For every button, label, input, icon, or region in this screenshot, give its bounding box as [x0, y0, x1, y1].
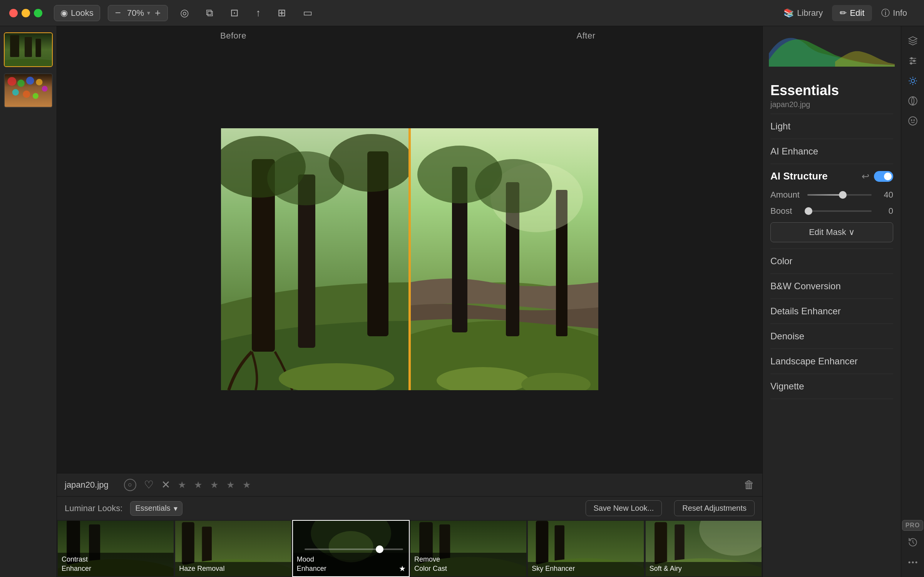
look-label-haze: Haze Removal	[175, 562, 291, 576]
svg-point-79	[909, 97, 917, 105]
zoom-in-button[interactable]: +	[152, 5, 164, 21]
main-content: Before After	[0, 26, 924, 577]
svg-point-24	[329, 134, 410, 192]
section-bw-conversion[interactable]: B&W Conversion	[770, 274, 893, 299]
share-button[interactable]: ↑	[251, 5, 265, 21]
section-denoise-label: Denoise	[770, 331, 804, 342]
looks-thumbnails: ContrastEnhancer Haze Removal	[57, 520, 762, 577]
boost-slider-row: Boost 0	[770, 206, 893, 216]
center-area: Before After	[57, 26, 762, 577]
before-after-bar: Before After	[57, 26, 762, 45]
star-4[interactable]: ★	[226, 480, 235, 490]
tab-info[interactable]: ⓘ Info	[874, 5, 915, 21]
face-strip-icon[interactable]	[904, 112, 921, 129]
circle-flag-button[interactable]: ○	[124, 479, 136, 491]
looks-bar-label: Luminar Looks:	[65, 503, 122, 513]
before-label: Before	[57, 31, 410, 41]
palette-strip-icon[interactable]	[904, 92, 921, 109]
section-denoise[interactable]: Denoise	[770, 324, 893, 349]
look-label-color-cast: RemoveColor Cast	[410, 553, 526, 576]
panel-scroll[interactable]: Essentials japan20.jpg Light AI Enhance	[763, 76, 901, 577]
section-ai-enhance[interactable]: AI Enhance	[770, 139, 893, 164]
reject-button[interactable]: ✕	[161, 478, 170, 491]
section-vignette[interactable]: Vignette	[770, 374, 893, 399]
look-sky-enhancer[interactable]: Sky Enhancer	[527, 520, 644, 577]
svg-rect-3	[35, 39, 41, 57]
delete-button[interactable]: 🗑	[744, 478, 755, 491]
section-landscape-label: Landscape Enhancer	[770, 356, 858, 367]
tab-edit[interactable]: ✏ Edit	[832, 5, 872, 21]
crop-button[interactable]: ⊡	[226, 5, 243, 21]
svg-point-8	[26, 77, 34, 85]
zoom-control: − 70% ▾ +	[108, 5, 168, 21]
look-remove-color-cast[interactable]: RemoveColor Cast	[410, 520, 527, 577]
ai-structure-undo-button[interactable]: ↩	[862, 171, 869, 182]
svg-point-85	[908, 562, 910, 564]
section-color[interactable]: Color	[770, 249, 893, 274]
svg-rect-62	[675, 524, 684, 564]
looks-dropdown[interactable]: Essentials ▾	[130, 501, 182, 516]
sun-strip-icon[interactable]	[904, 72, 921, 89]
look-contrast-enhancer[interactable]: ContrastEnhancer	[57, 520, 174, 577]
look-haze-removal[interactable]: Haze Removal	[174, 520, 292, 577]
boost-slider-thumb[interactable]	[805, 207, 812, 215]
boost-slider-track[interactable]	[807, 210, 872, 212]
svg-point-69	[910, 62, 912, 64]
monitor-button[interactable]: ▭	[298, 5, 317, 21]
section-color-label: Color	[770, 256, 792, 267]
svg-rect-57	[555, 525, 564, 564]
close-button[interactable]	[9, 9, 18, 17]
look-label-contrast: ContrastEnhancer	[58, 553, 174, 576]
minimize-button[interactable]	[22, 9, 30, 17]
svg-point-36	[475, 159, 552, 213]
right-icon-strip: PRO	[901, 26, 924, 577]
zoom-value: 70%	[126, 8, 146, 18]
compare-button[interactable]: ⧉	[201, 5, 218, 21]
zoom-out-button[interactable]: −	[112, 5, 124, 21]
eye-button[interactable]: ◎	[176, 5, 194, 21]
sliders-strip-icon[interactable]	[904, 52, 921, 69]
svg-rect-45	[202, 527, 212, 565]
thumbnail-1[interactable]	[4, 32, 53, 67]
save-look-button[interactable]: Save New Look...	[586, 500, 662, 516]
star-2[interactable]: ★	[194, 480, 203, 490]
ai-structure-toggle[interactable]	[874, 171, 893, 182]
star-5[interactable]: ★	[243, 480, 251, 490]
boost-label: Boost	[770, 206, 801, 216]
star-1[interactable]: ★	[178, 480, 186, 490]
thumbnail-2[interactable]	[4, 73, 53, 108]
divider-line[interactable]	[410, 128, 411, 390]
look-label-soft-airy: Soft & Airy	[646, 562, 762, 576]
grid-button[interactable]: ⊞	[273, 5, 291, 21]
svg-point-68	[913, 60, 915, 62]
amount-slider-thumb[interactable]	[839, 191, 847, 199]
layers-strip-icon[interactable]	[904, 32, 921, 49]
edit-mask-button[interactable]: Edit Mask ∨	[770, 222, 893, 242]
right-panel-main: Essentials japan20.jpg Light AI Enhance	[763, 26, 901, 577]
traffic-lights	[9, 9, 42, 17]
look-mood-slider[interactable]	[305, 548, 403, 550]
svg-point-82	[914, 120, 914, 121]
tab-library[interactable]: 📚 Library	[776, 5, 830, 21]
svg-rect-1	[10, 35, 19, 57]
amount-slider-track[interactable]	[807, 194, 872, 196]
section-landscape-enhancer[interactable]: Landscape Enhancer	[770, 349, 893, 374]
heart-button[interactable]: ♡	[144, 478, 154, 491]
edit-icon: ✏	[840, 8, 847, 18]
right-panel: Essentials japan20.jpg Light AI Enhance	[762, 26, 924, 577]
svg-rect-56	[536, 521, 548, 565]
chevron-down-icon: ▾	[147, 9, 150, 17]
boost-value: 0	[878, 206, 893, 216]
look-soft-airy[interactable]: Soft & Airy	[645, 520, 762, 577]
reset-adjustments-button[interactable]: Reset Adjustments	[674, 500, 755, 516]
more-strip-icon[interactable]	[904, 554, 921, 571]
section-details-enhancer[interactable]: Details Enhancer	[770, 299, 893, 324]
history-strip-icon[interactable]	[904, 534, 921, 551]
maximize-button[interactable]	[34, 9, 42, 17]
looks-button[interactable]: ◉ Looks	[54, 5, 100, 21]
section-bw-label: B&W Conversion	[770, 281, 841, 292]
section-ai-structure: AI Structure ↩ Amount 40	[770, 164, 893, 249]
section-light[interactable]: Light	[770, 114, 893, 139]
look-mood-enhancer[interactable]: MoodEnhancer ★	[292, 520, 410, 577]
star-3[interactable]: ★	[210, 480, 219, 490]
